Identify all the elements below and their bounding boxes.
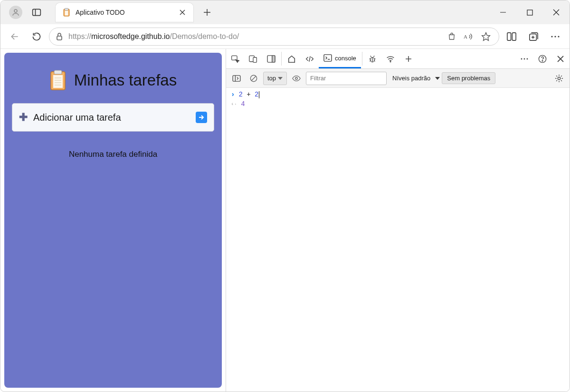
svg-point-54 — [527, 58, 528, 59]
plus-icon — [203, 9, 211, 16]
svg-point-24 — [554, 36, 556, 37]
clear-console-button[interactable] — [246, 71, 261, 86]
console-settings-button[interactable] — [551, 74, 567, 83]
log-levels-selector[interactable]: Níveis padrão — [392, 75, 440, 82]
arrow-right-icon — [198, 114, 205, 121]
submit-task-button[interactable] — [196, 112, 207, 123]
bug-icon — [368, 55, 377, 63]
plus-icon: ✚ — [19, 111, 28, 124]
tab-favicon — [62, 8, 71, 17]
svg-rect-15 — [57, 36, 62, 40]
expr-token-1: + — [247, 91, 250, 98]
collections-button[interactable] — [524, 27, 543, 46]
output-chevron-icon: ‹· — [231, 101, 237, 107]
svg-rect-11 — [527, 10, 532, 15]
svg-rect-27 — [54, 70, 62, 74]
input-chevron-icon: › — [231, 91, 235, 98]
add-tab-button[interactable] — [399, 49, 418, 68]
svg-rect-36 — [253, 57, 256, 62]
more-button[interactable] — [546, 27, 565, 46]
browser-window: Aplicativo TODO — [0, 0, 570, 392]
console-body[interactable]: › 2 + 2 ‹· 4 — [226, 88, 570, 392]
tab-elements[interactable] — [301, 49, 319, 68]
address-bar-actions: A — [445, 29, 493, 44]
minimize-button[interactable] — [490, 0, 516, 24]
back-button[interactable] — [5, 27, 24, 46]
svg-point-53 — [524, 58, 525, 59]
maximize-button[interactable] — [516, 0, 543, 24]
site-info-button[interactable] — [55, 32, 64, 41]
title-bar-left — [0, 6, 42, 19]
context-label: top — [267, 75, 276, 82]
dots-icon — [551, 35, 560, 38]
split-screen-button[interactable] — [502, 27, 521, 46]
expr-token-0: 2 — [238, 91, 242, 98]
new-tab-button[interactable] — [200, 5, 214, 19]
dock-side-button[interactable] — [262, 49, 280, 68]
star-icon — [481, 32, 491, 41]
sidebar-icon — [232, 75, 241, 82]
read-aloud-icon: A — [464, 33, 474, 40]
panel-icon — [32, 8, 41, 17]
svg-text:A: A — [464, 34, 467, 39]
inspect-element-button[interactable] — [226, 49, 244, 68]
tab-console[interactable]: console — [319, 49, 361, 68]
close-icon — [553, 9, 560, 16]
toggle-sidebar-button[interactable] — [229, 71, 244, 86]
close-window-button[interactable] — [543, 0, 570, 24]
dots-icon — [520, 57, 529, 60]
url-text: https://microsoftedge.github.io/Demos/de… — [68, 32, 239, 41]
svg-rect-28 — [53, 75, 63, 88]
app-title: Minhas tarefas — [74, 71, 177, 89]
svg-rect-41 — [324, 55, 332, 61]
chevron-down-icon — [278, 76, 283, 80]
console-input-expression[interactable]: 2 + 2 — [238, 91, 259, 98]
devtools-more-button[interactable] — [515, 57, 533, 60]
device-toolbar-button[interactable] — [244, 49, 262, 68]
issues-button[interactable]: Sem problemas — [442, 72, 495, 84]
plus-icon — [405, 56, 412, 62]
read-aloud-button[interactable]: A — [462, 29, 476, 44]
profile-avatar[interactable] — [9, 6, 22, 19]
devtools-tabs-right — [513, 49, 570, 68]
add-task-input[interactable]: ✚ Adicionar uma tarefa — [12, 103, 214, 132]
refresh-button[interactable] — [27, 27, 46, 46]
help-icon — [538, 55, 547, 63]
shopping-bag-icon — [447, 32, 456, 41]
favorite-button[interactable] — [479, 29, 493, 44]
tab-network[interactable] — [381, 49, 399, 68]
content-area: Minhas tarefas ✚ Adicionar uma tarefa Ne… — [0, 49, 570, 392]
collections-icon — [528, 32, 539, 41]
svg-marker-65 — [435, 77, 440, 80]
console-output-line: ‹· 4 — [231, 99, 565, 109]
filter-input[interactable] — [306, 72, 387, 85]
window-controls — [490, 0, 570, 24]
tab-close-button[interactable] — [177, 7, 188, 18]
tab-welcome[interactable] — [283, 49, 301, 68]
maximize-icon — [527, 10, 533, 16]
address-bar[interactable]: https://microsoftedge.github.io/Demos/de… — [49, 28, 499, 46]
user-icon — [11, 8, 20, 17]
live-expression-button[interactable] — [289, 71, 304, 86]
log-levels-label: Níveis padrão — [392, 75, 430, 82]
devtools-help-button[interactable] — [533, 55, 551, 63]
tab-title: Aplicativo TODO — [76, 9, 172, 16]
arrow-left-icon — [10, 32, 19, 41]
browser-tab[interactable]: Aplicativo TODO — [56, 3, 193, 22]
shopping-button[interactable] — [445, 29, 459, 44]
svg-point-52 — [521, 58, 522, 59]
responsive-icon — [249, 55, 257, 63]
devtools-close-button[interactable] — [551, 56, 570, 62]
svg-rect-34 — [232, 56, 237, 60]
context-selector[interactable]: top — [263, 72, 287, 85]
close-icon — [557, 56, 564, 62]
svg-line-62 — [252, 76, 256, 80]
app-pane: Minhas tarefas ✚ Adicionar uma tarefa Ne… — [0, 49, 226, 392]
clipboard-icon — [49, 70, 66, 91]
svg-rect-39 — [272, 55, 275, 62]
url-host: microsoftedge.github.io — [91, 32, 170, 40]
expr-token-2: 2 — [255, 91, 258, 98]
gear-icon — [555, 74, 563, 83]
tab-issues[interactable] — [363, 49, 381, 68]
tab-actions-button[interactable] — [31, 7, 42, 18]
